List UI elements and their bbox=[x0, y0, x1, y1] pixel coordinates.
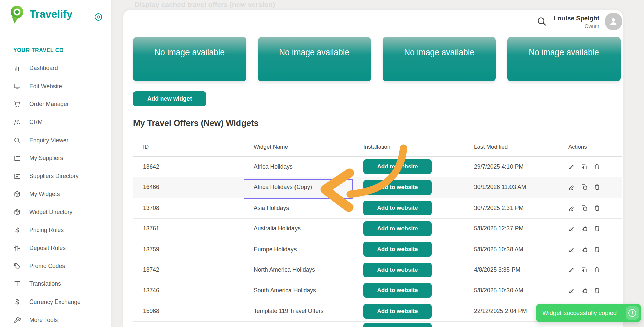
add-to-website-button[interactable]: Add to website bbox=[363, 159, 432, 174]
sidebar-item-promo-codes[interactable]: Promo Codes bbox=[0, 257, 111, 275]
sidebar-item-label: Promo Codes bbox=[29, 263, 65, 270]
widget-name-cell: Africa Holidays bbox=[254, 163, 363, 170]
tag-icon bbox=[13, 262, 21, 270]
last-modified-cell: 30/7/2025 2:31 PM bbox=[474, 205, 568, 212]
add-to-website-button[interactable]: Add to website bbox=[363, 323, 432, 327]
edit-widget-button[interactable] bbox=[568, 184, 575, 191]
add-to-website-button[interactable]: Add to website bbox=[363, 201, 432, 215]
person-icon bbox=[609, 17, 618, 26]
copy-widget-button[interactable] bbox=[581, 163, 588, 170]
background-page-title: Display cached travel offers (new versio… bbox=[134, 1, 275, 9]
sidebar-item-suppliers-directory[interactable]: Suppliers Directory bbox=[0, 167, 111, 185]
sidebar-item-deposit-rules[interactable]: Deposit Rules bbox=[0, 239, 111, 257]
column-header-widget-name: Widget Name bbox=[254, 144, 363, 150]
column-header-installation: Installation bbox=[363, 144, 474, 150]
sidebar-item-edit-website[interactable]: Edit Website bbox=[0, 77, 111, 96]
sidebar-item-enquiry-viewer[interactable]: Enquiry Viewer bbox=[0, 131, 111, 149]
sidebar-item-pricing-rules[interactable]: Pricing Rules bbox=[0, 221, 111, 239]
add-to-website-button[interactable]: Add to website bbox=[363, 242, 432, 257]
copy-widget-button[interactable] bbox=[581, 287, 588, 294]
sidebar-item-my-suppliers[interactable]: My Suppliers bbox=[0, 149, 111, 167]
sidebar-item-translations[interactable]: Translations bbox=[0, 275, 111, 293]
sidebar-item-my-widgets[interactable]: My Widgets bbox=[0, 185, 111, 203]
no-image-placeholder-text: No image available bbox=[155, 47, 225, 58]
actions-cell bbox=[568, 225, 622, 232]
widget-id-cell: 13761 bbox=[143, 225, 254, 232]
sidebar-item-label: Widget Directory bbox=[29, 209, 72, 216]
edit-widget-button[interactable] bbox=[568, 287, 575, 294]
copy-widget-button[interactable] bbox=[581, 205, 588, 212]
add-to-website-button[interactable]: Add to website bbox=[363, 283, 432, 298]
sidebar-item-order-manager[interactable]: Order Manager bbox=[0, 95, 111, 113]
avatar[interactable] bbox=[605, 13, 622, 30]
widget-card[interactable]: No image available bbox=[383, 37, 496, 81]
sidebar-nav: DashboardEdit WebsiteOrder ManagerCRMEnq… bbox=[0, 59, 111, 327]
sidebar-item-crm[interactable]: CRM bbox=[0, 113, 111, 131]
last-modified-cell: 29/7/2025 4:10 PM bbox=[474, 163, 568, 170]
sidebar-item-label: Edit Website bbox=[29, 83, 62, 90]
widget-id-cell: 13708 bbox=[143, 205, 254, 212]
widget-name-cell: Template 119 Travel Offers bbox=[254, 308, 363, 315]
widget-card[interactable]: No image available bbox=[258, 37, 371, 81]
search-icon[interactable] bbox=[537, 16, 547, 26]
copy-widget-button[interactable] bbox=[581, 246, 588, 253]
delete-widget-button[interactable] bbox=[594, 163, 601, 170]
widget-name-cell: South America Holidays bbox=[254, 287, 363, 294]
no-image-placeholder-text: No image available bbox=[529, 47, 599, 58]
sidebar-item-more-tools[interactable]: More Tools bbox=[0, 311, 111, 327]
actions-cell bbox=[568, 246, 622, 253]
cube-icon bbox=[13, 190, 21, 198]
folder-plus-icon bbox=[13, 172, 21, 180]
toast-message: Widget successfully copied bbox=[536, 309, 626, 317]
folder-icon bbox=[13, 154, 21, 162]
delete-widget-button[interactable] bbox=[594, 287, 601, 294]
user-block[interactable]: Louise Speight Owner bbox=[554, 15, 599, 29]
brand[interactable]: Travelify bbox=[9, 5, 73, 24]
column-header-actions: Actions bbox=[568, 144, 622, 150]
edit-widget-button[interactable] bbox=[568, 205, 575, 212]
page-title: My Travel Offers (New) Widgets bbox=[133, 118, 258, 128]
sidebar-item-widget-directory[interactable]: Widget Directory bbox=[0, 203, 111, 221]
delete-widget-button[interactable] bbox=[594, 246, 601, 253]
delete-widget-button[interactable] bbox=[594, 184, 601, 191]
widget-id-cell: 13742 bbox=[143, 266, 254, 273]
toast-notification: Widget successfully copied bbox=[536, 304, 641, 322]
widget-card[interactable]: No image available bbox=[507, 37, 621, 81]
add-to-website-button[interactable]: Add to website bbox=[363, 180, 432, 195]
actions-cell bbox=[568, 287, 622, 294]
delete-widget-button[interactable] bbox=[594, 225, 601, 232]
sidebar: Travelify YOUR TRAVEL CO DashboardEdit W… bbox=[0, 0, 111, 327]
alert-circle-icon bbox=[628, 309, 637, 317]
bar-chart-icon bbox=[13, 64, 21, 72]
sidebar-item-label: Pricing Rules bbox=[29, 227, 64, 234]
edit-widget-button[interactable] bbox=[568, 225, 575, 232]
add-to-website-button[interactable]: Add to website bbox=[363, 263, 432, 277]
sidebar-item-label: My Widgets bbox=[29, 190, 60, 198]
widget-card[interactable]: No image available bbox=[133, 37, 246, 81]
sidebar-item-currency-exchange[interactable]: Currency Exchange bbox=[0, 293, 111, 311]
dollar-icon bbox=[13, 226, 21, 234]
copy-widget-button[interactable] bbox=[581, 225, 588, 232]
last-modified-cell: 5/8/2025 12:37 PM bbox=[474, 225, 568, 232]
copy-widget-button[interactable] bbox=[581, 184, 588, 191]
delete-widget-button[interactable] bbox=[594, 205, 601, 212]
add-to-website-button[interactable]: Add to website bbox=[363, 221, 432, 236]
widget-preview-cards: No image availableNo image availableNo i… bbox=[133, 37, 621, 81]
sidebar-toggle-record-icon[interactable] bbox=[94, 13, 102, 21]
delete-widget-button[interactable] bbox=[594, 266, 601, 273]
copy-widget-button[interactable] bbox=[581, 266, 588, 273]
gift-cube-icon bbox=[13, 208, 21, 216]
edit-widget-button[interactable] bbox=[568, 246, 575, 253]
sliders-icon bbox=[13, 244, 21, 252]
sidebar-item-label: Suppliers Directory bbox=[29, 173, 79, 180]
widget-id-cell: 13759 bbox=[143, 246, 254, 253]
edit-widget-button[interactable] bbox=[568, 266, 575, 273]
widget-name-cell: Australia Holidays bbox=[254, 225, 363, 232]
add-to-website-button[interactable]: Add to website bbox=[363, 304, 432, 319]
sidebar-item-label: Currency Exchange bbox=[29, 298, 81, 306]
edit-widget-button[interactable] bbox=[568, 163, 575, 170]
toast-badge[interactable] bbox=[626, 306, 639, 320]
sidebar-item-dashboard[interactable]: Dashboard bbox=[0, 59, 111, 77]
add-new-widget-button[interactable]: Add new widget bbox=[133, 91, 206, 106]
main-panel: Louise Speight Owner No image availableN… bbox=[123, 10, 623, 327]
